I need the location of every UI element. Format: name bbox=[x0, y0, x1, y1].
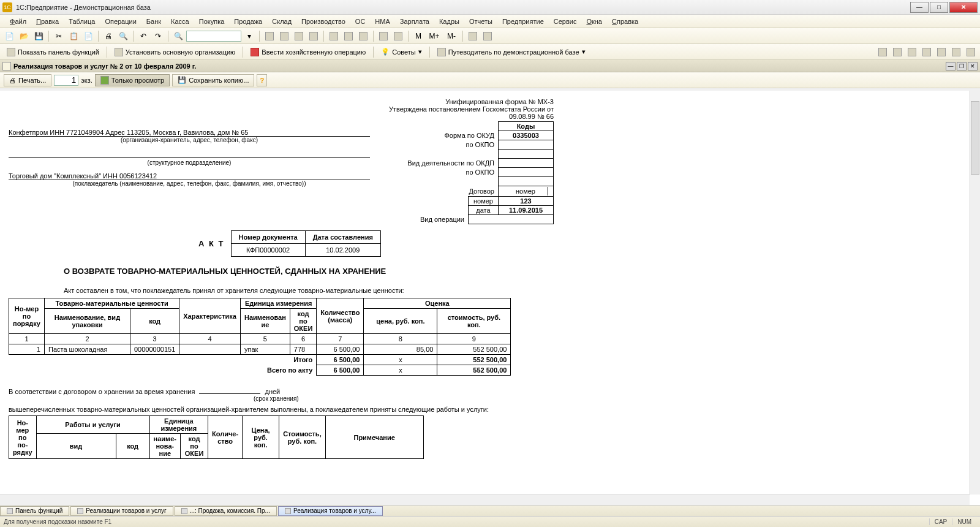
menu-service[interactable]: Сервис bbox=[549, 17, 582, 26]
redo-icon[interactable]: ↷ bbox=[151, 29, 165, 43]
calc-mplus-button[interactable]: M+ bbox=[426, 29, 442, 43]
menu-hr[interactable]: Кадры bbox=[434, 17, 464, 26]
guide-icon bbox=[437, 48, 446, 56]
sub-minimize-button[interactable]: — bbox=[946, 62, 956, 70]
menu-table[interactable]: Таблица bbox=[64, 17, 100, 26]
dropdown-icon: ▾ bbox=[582, 48, 586, 56]
save-icon[interactable]: 💾 bbox=[32, 29, 45, 43]
toolbar-actions: Показать панель функций Установить основ… bbox=[0, 44, 980, 60]
close-button[interactable]: ✕ bbox=[949, 2, 978, 13]
tool-icon-2[interactable] bbox=[277, 29, 291, 43]
menubar: Файл Правка Таблица Операции Банк Касса … bbox=[0, 15, 980, 28]
print-toolbar: 🖨Печать... экз. Только просмотр 💾Сохрани… bbox=[0, 72, 980, 88]
subwindow-title: Реализация товаров и услуг № 2 от 10 фев… bbox=[13, 63, 946, 70]
tool-icon-11[interactable] bbox=[481, 29, 494, 43]
search-icon[interactable]: 🔍 bbox=[172, 29, 185, 43]
tool-icon-4[interactable] bbox=[307, 29, 320, 43]
tool-icon-3[interactable] bbox=[292, 29, 306, 43]
guide-button[interactable]: Путеводитель по демонстрационной базе▾ bbox=[433, 46, 590, 58]
show-panel-button[interactable]: Показать панель функций bbox=[2, 46, 104, 58]
menu-cash[interactable]: Касса bbox=[166, 17, 194, 26]
menu-edit[interactable]: Правка bbox=[31, 17, 64, 26]
search-input[interactable] bbox=[186, 31, 241, 42]
new-icon[interactable]: 📄 bbox=[2, 29, 16, 43]
print-button[interactable]: 🖨Печать... bbox=[4, 74, 51, 86]
tool-icon-10[interactable] bbox=[466, 29, 480, 43]
menu-production[interactable]: Производство bbox=[296, 17, 350, 26]
titlebar: 1C 1С:Предприятие - Демонстрационная баз… bbox=[0, 0, 980, 15]
org-icon bbox=[115, 48, 123, 56]
tool-icon-9[interactable] bbox=[391, 29, 405, 43]
copies-input[interactable] bbox=[54, 75, 78, 86]
right-icon-6[interactable] bbox=[949, 45, 963, 59]
menu-sale[interactable]: Продажа bbox=[229, 17, 267, 26]
tool-icon-7[interactable] bbox=[356, 29, 370, 43]
paste-icon[interactable]: 📄 bbox=[81, 29, 95, 43]
cut-icon[interactable]: ✂ bbox=[52, 29, 66, 43]
menu-nma[interactable]: НМА bbox=[370, 17, 394, 26]
app-icon: 1C bbox=[2, 2, 12, 12]
menu-salary[interactable]: Зарплата bbox=[395, 17, 434, 26]
op-icon bbox=[251, 48, 259, 56]
calc-mminus-button[interactable]: M- bbox=[443, 29, 459, 43]
bulb-icon: 💡 bbox=[381, 48, 390, 56]
tool-icon-6[interactable] bbox=[342, 29, 355, 43]
app-title: 1С:Предприятие - Демонстрационная база bbox=[16, 4, 910, 11]
preview-icon[interactable]: 🔍 bbox=[116, 29, 130, 43]
menu-purchase[interactable]: Покупка bbox=[194, 17, 230, 26]
right-icon-2[interactable] bbox=[891, 45, 904, 59]
dropdown-icon: ▾ bbox=[418, 48, 422, 56]
help-icon: ? bbox=[260, 77, 264, 84]
set-org-button[interactable]: Установить основную организацию bbox=[110, 46, 240, 58]
right-icon-4[interactable] bbox=[920, 45, 933, 59]
calc-m-button[interactable]: M bbox=[412, 29, 425, 43]
menu-bank[interactable]: Банк bbox=[141, 17, 166, 26]
menu-warehouse[interactable]: Склад bbox=[267, 17, 296, 26]
panel-icon bbox=[7, 48, 15, 56]
toolbar-main: 📄 📂 💾 ✂ 📋 📄 🖨 🔍 ↶ ↷ 🔍 ▾ M M+ M- bbox=[0, 28, 980, 44]
menu-operations[interactable]: Операции bbox=[100, 17, 141, 26]
tool-icon-1[interactable] bbox=[263, 29, 276, 43]
right-icon-7[interactable] bbox=[964, 45, 978, 59]
tool-icon-8[interactable] bbox=[377, 29, 390, 43]
right-icon-1[interactable] bbox=[876, 45, 889, 59]
menu-reports[interactable]: Отчеты bbox=[464, 17, 497, 26]
menu-file[interactable]: Файл bbox=[5, 17, 31, 26]
view-only-toggle[interactable]: Только просмотр bbox=[95, 74, 170, 86]
save-copy-button[interactable]: 💾Сохранить копию... bbox=[172, 74, 254, 86]
minimize-button[interactable]: — bbox=[910, 2, 929, 13]
copy-icon[interactable]: 📋 bbox=[67, 29, 80, 43]
menu-help[interactable]: Справка bbox=[607, 17, 643, 26]
save-icon: 💾 bbox=[178, 76, 186, 84]
maximize-button[interactable]: □ bbox=[930, 2, 948, 13]
right-icon-5[interactable] bbox=[935, 45, 948, 59]
print-icon[interactable]: 🖨 bbox=[102, 29, 115, 43]
open-icon[interactable]: 📂 bbox=[17, 29, 31, 43]
help-button[interactable]: ? bbox=[257, 74, 267, 86]
doc-icon bbox=[2, 62, 11, 70]
subwindow-titlebar: Реализация товаров и услуг № 2 от 10 фев… bbox=[0, 60, 980, 72]
tool-icon-5[interactable] bbox=[327, 29, 341, 43]
menu-enterprise[interactable]: Предприятие bbox=[497, 17, 549, 26]
printer-icon: 🖨 bbox=[9, 77, 16, 84]
advice-button[interactable]: 💡Советы▾ bbox=[377, 46, 426, 58]
undo-icon[interactable]: ↶ bbox=[137, 29, 150, 43]
sub-close-button[interactable]: ✕ bbox=[968, 62, 978, 70]
enter-op-button[interactable]: Ввести хозяйственную операцию bbox=[246, 46, 370, 58]
menu-os[interactable]: ОС bbox=[350, 17, 371, 26]
sub-restore-button[interactable]: ❐ bbox=[957, 62, 967, 70]
lock-icon bbox=[100, 76, 109, 85]
right-icon-3[interactable] bbox=[905, 45, 919, 59]
search-dropdown-icon[interactable]: ▾ bbox=[243, 29, 256, 43]
menu-windows[interactable]: Окна bbox=[581, 17, 607, 26]
copies-label: экз. bbox=[81, 77, 92, 84]
